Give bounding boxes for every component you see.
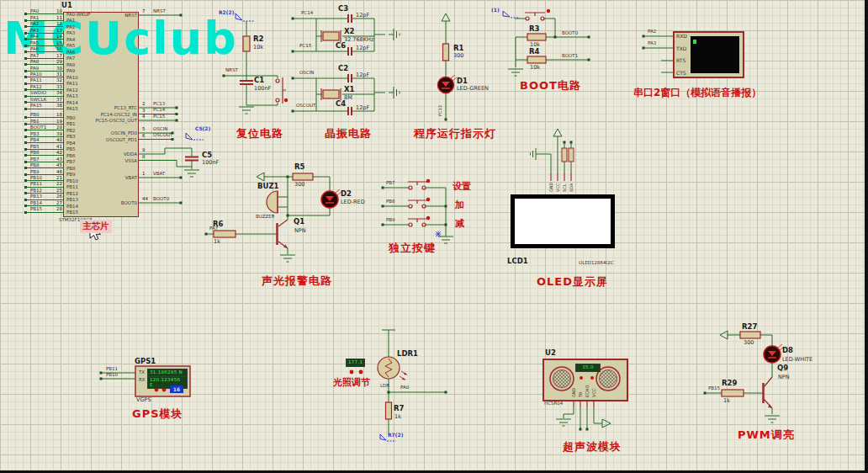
- resistor-r7-symbol[interactable]: [386, 402, 392, 419]
- c5-value: 100nF: [202, 160, 219, 166]
- pin-row[interactable]: VSSA 8: [0, 158, 181, 164]
- pin-row[interactable]: NRST 7 NRST: [0, 13, 181, 19]
- keys-wires: [383, 188, 453, 243]
- capacitor-c4-symbol[interactable]: [348, 107, 352, 115]
- gps-vnet-label: VGPS: [136, 397, 151, 403]
- chip-pin-name: VBAT: [125, 175, 137, 180]
- c6-ref: C6: [336, 42, 346, 50]
- alarm-title: 声光报警电路: [262, 275, 332, 286]
- resistor-r4-symbol[interactable]: [527, 56, 546, 63]
- capacitor-c2-symbol[interactable]: [348, 74, 352, 82]
- r2-ref: R2: [253, 35, 263, 43]
- reset-button[interactable]: [276, 77, 288, 104]
- key-fn-set: 设置: [453, 182, 471, 191]
- resistor-r2-symbol[interactable]: [243, 36, 250, 51]
- gps-tx-label: TX: [139, 370, 145, 375]
- pin-net-label: PC13: [153, 101, 165, 106]
- q1-ref: Q1: [294, 218, 304, 226]
- net-pa2: PA2: [648, 29, 656, 35]
- r27-ref: R27: [742, 323, 757, 331]
- pin-number: 2: [142, 101, 146, 106]
- transistor-q1-symbol[interactable]: [278, 220, 288, 248]
- resistor-r1-symbol[interactable]: [443, 44, 449, 61]
- power-right-icon: [602, 419, 611, 428]
- oled-pullup-resistors[interactable]: [562, 148, 574, 162]
- capacitor-c5-symbol[interactable]: [185, 157, 198, 161]
- pin-row[interactable]: VDDA 9: [0, 151, 181, 157]
- nrst-net-label: NRST: [225, 68, 238, 73]
- r5-ref: R5: [294, 163, 304, 171]
- buzzer-symbol[interactable]: [267, 191, 278, 213]
- resistor-r3-symbol[interactable]: [527, 34, 546, 40]
- key-button-set[interactable]: [408, 179, 430, 226]
- transistor-q9-symbol[interactable]: [764, 377, 773, 408]
- voltage-probe-r2-icon[interactable]: [236, 13, 255, 21]
- terminal-pin-labels: RXDTXDRTSCTS: [676, 34, 693, 77]
- r29-value: 1k: [723, 398, 730, 404]
- ldr-symbol[interactable]: [378, 357, 407, 380]
- gps-rx-label: RX: [139, 378, 146, 383]
- c1-value: 100nF: [254, 86, 271, 92]
- capacitor-c6-symbol[interactable]: [348, 47, 352, 56]
- keys-title: 独立按键: [389, 242, 436, 253]
- r5-value: 300: [294, 182, 304, 188]
- buz1-value: BUZZER: [256, 215, 275, 220]
- key-fn-plus: 加: [455, 200, 464, 210]
- reset-title: 复位电路: [236, 128, 283, 139]
- resistor-r5-symbol[interactable]: [293, 173, 313, 180]
- chip-pin-name: OSCIN_PD0: [111, 130, 137, 136]
- net-pa0: PA0: [400, 385, 409, 391]
- oled-pin-label: GND: [549, 183, 553, 192]
- pin-row[interactable]: VBAT 1 VBAT: [0, 175, 181, 181]
- boot-wires: [508, 19, 589, 76]
- net-pa7: PA7: [209, 226, 218, 231]
- chip-pin-name: VSSA: [124, 158, 137, 163]
- r29-ref: R29: [722, 380, 737, 387]
- crystal-x1-symbol[interactable]: [321, 88, 341, 100]
- led-d1-symbol[interactable]: [438, 75, 458, 93]
- proteus-schematic-canvas[interactable]: MCUclub PA0 10 PA1 11 PA2 12 PA3 13 PA4 …: [0, 0, 868, 473]
- resistor-r29-symbol[interactable]: [722, 390, 744, 396]
- ldr-part: LDR: [380, 384, 389, 389]
- power-left-icon: [257, 173, 264, 181]
- oled-title: OLED显示屏: [537, 276, 608, 287]
- pin-net-label: OSCOUT: [153, 132, 172, 137]
- light-title: 光照调节: [333, 378, 370, 387]
- oled-screen-area: [515, 199, 611, 244]
- ground-icon: [394, 87, 400, 98]
- chip-pin-name: OSCOUT_PD1: [106, 137, 137, 142]
- pin-row[interactable]: BOOT0 44 BOOT0: [0, 200, 181, 206]
- power-up-icon: [553, 129, 562, 136]
- resistor-r27-symbol[interactable]: [740, 332, 760, 338]
- gps-title: GPS模块: [132, 408, 183, 419]
- q9-ref: Q9: [777, 364, 788, 372]
- c1-ref: C1: [254, 77, 264, 84]
- chip-right-pins[interactable]: NRST 7 NRST PC13_RTC 2 PC13 PC14-OSC32_I…: [0, 12, 181, 217]
- crystal-x2-symbol[interactable]: [321, 30, 341, 42]
- oled-screen[interactable]: [511, 194, 615, 248]
- ground-icon: [531, 148, 537, 160]
- pin-row[interactable]: PC15-OSC32_OUT 4 PC15: [0, 118, 181, 124]
- capacitor-c3-symbol[interactable]: [348, 14, 352, 23]
- ground-icon: [394, 29, 400, 40]
- oled-pin-label: SCL: [563, 184, 567, 192]
- d2-value: LED-RED: [341, 199, 365, 205]
- terminal-screen: [691, 36, 739, 73]
- oled-ref: LCD1: [507, 258, 528, 265]
- crystal-wire-dots: [292, 18, 294, 113]
- led-d8-symbol[interactable]: [764, 344, 784, 363]
- key-fn-minus: 减: [455, 219, 464, 228]
- capacitor-c1-symbol[interactable]: [240, 81, 253, 84]
- gps-count-display: 16: [170, 385, 183, 393]
- resistor-r6-symbol[interactable]: [214, 231, 236, 237]
- d1-value: LED-GREEN: [457, 86, 489, 92]
- wire-dot: [704, 392, 707, 395]
- c2-ref: C2: [338, 65, 348, 72]
- buz1-ref: BUZ1: [257, 183, 278, 190]
- voltage-probe-c5-icon[interactable]: [186, 133, 204, 140]
- ultrasonic-wires: [556, 407, 611, 429]
- chip-pin-name: VDDA: [124, 151, 137, 157]
- pin-row[interactable]: OSCOUT_PD1 6 OSCOUT: [0, 137, 181, 143]
- led-d2-symbol[interactable]: [321, 189, 341, 208]
- voltage-probe-boot-icon[interactable]: [503, 11, 520, 18]
